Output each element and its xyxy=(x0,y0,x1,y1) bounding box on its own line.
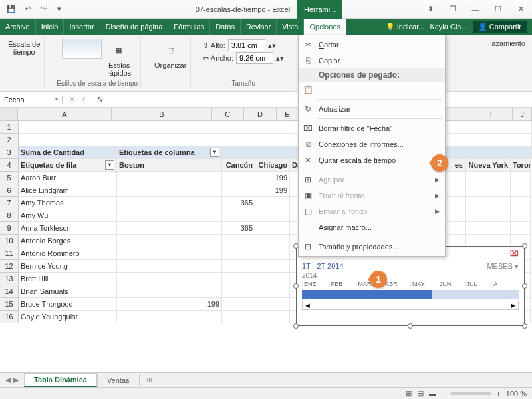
filter-icon[interactable]: ▾ xyxy=(210,148,219,157)
ctx-assign-macro[interactable]: Asignar macro... xyxy=(299,219,445,235)
ctx-copy[interactable]: ⎘Copiar xyxy=(299,53,445,68)
row-header[interactable]: 14 xyxy=(0,285,19,298)
timeline-year: 2014 xyxy=(297,272,524,279)
height-input[interactable] xyxy=(228,39,265,51)
ctx-refresh[interactable]: ↻Actualizar xyxy=(299,101,445,117)
estilos-rapidos-button[interactable]: ▦ Estilos rápidos xyxy=(106,39,132,78)
user-name[interactable]: Kayla Cla... xyxy=(430,23,467,31)
share-button[interactable]: 👤 Compartir xyxy=(473,21,527,33)
escala-de-tiempo-button[interactable]: Escala de tiempo xyxy=(7,39,41,57)
zoom-out-icon[interactable]: − xyxy=(442,390,446,398)
col-header[interactable]: D xyxy=(244,108,277,120)
row-header[interactable]: 13 xyxy=(0,273,19,285)
row-header[interactable]: 12 xyxy=(0,260,19,273)
maximize-icon[interactable]: ☐ xyxy=(487,0,509,19)
cancel-icon[interactable]: ✕ xyxy=(69,95,75,104)
minimize-icon[interactable]: — xyxy=(464,0,487,19)
col-header[interactable]: E xyxy=(277,108,298,120)
timeline-month[interactable]: JUN xyxy=(438,281,465,287)
redo-icon[interactable]: ↷ xyxy=(36,2,51,17)
col-header[interactable]: I xyxy=(469,108,513,120)
ctx-paste[interactable]: 📋 xyxy=(299,82,445,98)
timeline-scrollbar[interactable]: ◄► xyxy=(302,301,519,310)
row-header[interactable]: 15 xyxy=(0,298,19,311)
tab-diseno[interactable]: Diseño de página xyxy=(100,19,169,35)
row-header[interactable]: 5 xyxy=(0,172,19,184)
restore-icon[interactable]: ❐ xyxy=(442,0,464,19)
save-icon[interactable]: 💾 xyxy=(4,2,19,17)
row-header[interactable]: 6 xyxy=(0,184,19,197)
sheet-tab-bar: ◀▶ Tabla Dinámica Ventas ⊕ xyxy=(0,372,532,387)
col-header[interactable]: J xyxy=(513,108,532,120)
timeline-month[interactable]: ABR xyxy=(383,281,410,287)
timeline-month[interactable]: MAY xyxy=(410,281,438,287)
pivot-row-name: Amy Wu xyxy=(19,209,117,222)
row-header[interactable]: 1 xyxy=(0,121,19,134)
tab-archivo[interactable]: Archivo xyxy=(0,19,36,35)
row-header[interactable]: 7 xyxy=(0,197,19,209)
col-header[interactable]: C xyxy=(212,108,244,120)
tab-opciones[interactable]: Opciones xyxy=(304,19,346,35)
ribbon-display-icon[interactable]: ⬍ xyxy=(419,0,442,19)
fx-icon[interactable]: fx xyxy=(93,96,103,104)
select-all-button[interactable] xyxy=(0,108,18,120)
width-input[interactable] xyxy=(236,52,273,64)
ctx-cut[interactable]: ✂Cortar xyxy=(299,37,445,53)
row-header[interactable]: 8 xyxy=(0,209,19,222)
ctx-remove-timeline[interactable]: ✕Quitar escala de tiempo xyxy=(299,152,445,168)
close-icon[interactable]: ✕ xyxy=(509,0,532,19)
sheet-nav-prev-icon[interactable]: ◀ xyxy=(5,376,11,384)
timeline-bar[interactable] xyxy=(302,290,519,299)
pivot-col-label: Etiquetas de columna▾ xyxy=(117,146,222,159)
row-header[interactable]: 16 xyxy=(0,311,19,323)
col-header[interactable]: B xyxy=(112,108,212,120)
row-header[interactable]: 9 xyxy=(0,222,19,235)
sheet-nav-next-icon[interactable]: ▶ xyxy=(13,376,19,384)
ctx-group: ⊞Agrupar▶ xyxy=(299,172,445,188)
tab-datos[interactable]: Datos xyxy=(210,19,241,35)
zoom-in-icon[interactable]: + xyxy=(496,390,500,398)
tab-vista[interactable]: Vista xyxy=(277,19,304,35)
timeline-month[interactable]: ENE xyxy=(302,281,329,287)
status-bar: ▦ ▤ ▬ − + 100 % xyxy=(0,387,532,399)
pivot-row-name: Brian Samuals xyxy=(19,285,117,298)
tell-me[interactable]: 💡 Indicar... xyxy=(386,23,425,31)
paste-icon: 📋 xyxy=(303,84,313,95)
view-pagebreak-icon[interactable]: ▬ xyxy=(429,390,436,398)
new-sheet-icon[interactable]: ⊕ xyxy=(140,376,159,384)
clear-timeline-icon[interactable]: ⌧ xyxy=(510,249,519,258)
sheet-tab-active[interactable]: Tabla Dinámica xyxy=(24,373,97,387)
style-gallery-icon[interactable] xyxy=(62,39,102,59)
ctx-clear-filter[interactable]: ⌧Borrar filtro de "Fecha" xyxy=(299,120,445,136)
ctx-size-props[interactable]: ⊡Tamaño y propiedades... xyxy=(299,239,445,255)
timeline-month[interactable]: A xyxy=(491,281,519,287)
timeline-month[interactable]: FEB xyxy=(329,281,356,287)
tab-formulas[interactable]: Fórmulas xyxy=(168,19,210,35)
col-header[interactable]: A xyxy=(18,108,112,120)
row-header[interactable]: 2 xyxy=(0,134,19,146)
undo-icon[interactable]: ↶ xyxy=(20,2,35,17)
timeline-month[interactable]: JUL xyxy=(465,281,492,287)
view-layout-icon[interactable]: ▤ xyxy=(417,389,424,398)
ctx-connections[interactable]: ⎚Conexiones de informes... xyxy=(299,136,445,152)
tab-revisar[interactable]: Revisar xyxy=(241,19,277,35)
zoom-level[interactable]: 100 % xyxy=(506,390,527,398)
row-header[interactable]: 11 xyxy=(0,247,19,260)
zoom-slider[interactable] xyxy=(451,392,491,395)
row-header[interactable]: 10 xyxy=(0,235,19,247)
contextual-tool-tab[interactable]: Herrami... xyxy=(297,0,342,19)
timeline-level[interactable]: MESES ▾ xyxy=(487,262,519,271)
enter-icon[interactable]: ✓ xyxy=(80,95,86,104)
qat-dropdown-icon[interactable]: ▾ xyxy=(52,2,66,17)
pivot-row-label: Etiquetas de fila▾ xyxy=(19,159,117,172)
organizar-button[interactable]: ⬚ Organizar xyxy=(153,39,188,70)
tab-insertar[interactable]: Insertar xyxy=(64,19,100,35)
name-box[interactable]: Fecha▾ xyxy=(0,96,63,104)
sheet-tab-ventas[interactable]: Ventas xyxy=(97,374,140,386)
row-header[interactable]: 3 xyxy=(0,146,19,159)
filter-icon[interactable]: ▾ xyxy=(105,160,114,170)
row-header[interactable]: 4 xyxy=(0,159,19,172)
view-normal-icon[interactable]: ▦ xyxy=(405,389,412,398)
tab-inicio[interactable]: Inicio xyxy=(36,19,65,35)
timeline-slicer[interactable]: Fecha⌧ 1T - 2T 2014MESES ▾ 2014 ENEFEBMA… xyxy=(296,246,525,326)
